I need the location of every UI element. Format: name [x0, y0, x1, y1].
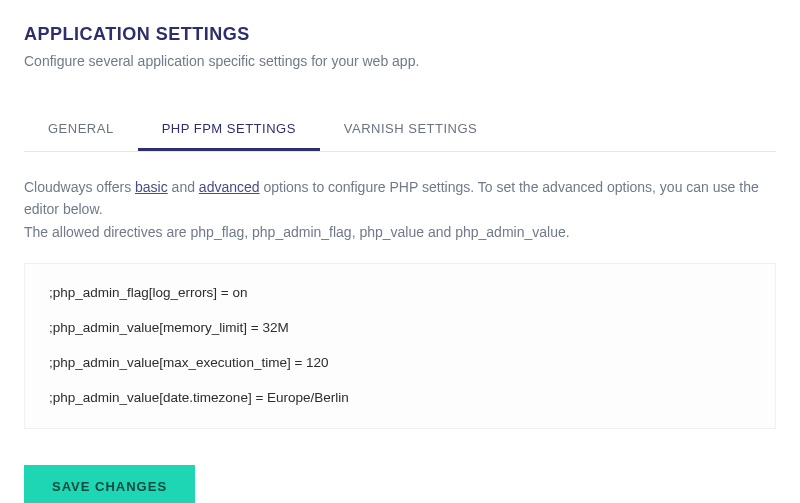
desc-text: Cloudways offers	[24, 179, 135, 195]
link-basic[interactable]: basic	[135, 179, 168, 195]
editor-line: ;php_admin_value[memory_limit] = 32M	[49, 319, 751, 338]
editor-line: ;php_admin_value[max_execution_time] = 1…	[49, 354, 751, 373]
tab-bar: GENERAL PHP FPM SETTINGS VARNISH SETTING…	[24, 109, 776, 152]
tab-php-fpm-settings[interactable]: PHP FPM SETTINGS	[138, 109, 320, 151]
tab-general[interactable]: GENERAL	[24, 109, 138, 151]
editor-line: ;php_admin_value[date.timezone] = Europe…	[49, 389, 751, 408]
description-block: Cloudways offers basic and advanced opti…	[24, 176, 776, 243]
link-advanced[interactable]: advanced	[199, 179, 260, 195]
page-title: APPLICATION SETTINGS	[24, 24, 776, 45]
page-subtitle: Configure several application specific s…	[24, 53, 776, 69]
editor-line: ;php_admin_flag[log_errors] = on	[49, 284, 751, 303]
tab-varnish-settings[interactable]: VARNISH SETTINGS	[320, 109, 501, 151]
php-fpm-editor[interactable]: ;php_admin_flag[log_errors] = on ;php_ad…	[24, 263, 776, 429]
save-changes-button[interactable]: SAVE CHANGES	[24, 465, 195, 503]
desc-text: and	[168, 179, 199, 195]
desc-directives: The allowed directives are php_flag, php…	[24, 224, 570, 240]
